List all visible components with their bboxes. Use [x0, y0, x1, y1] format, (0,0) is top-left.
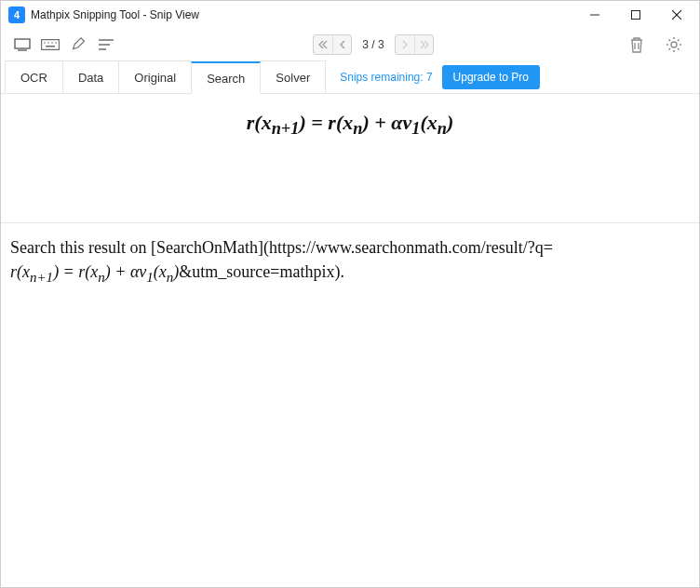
pager: 3 / 3	[313, 34, 434, 55]
svg-point-8	[47, 42, 49, 44]
svg-line-3	[672, 10, 681, 20]
search-equation-inline: r(xn+1) = r(xn) + αv1(xn)	[10, 262, 179, 281]
upgrade-button[interactable]: Upgrade to Pro	[442, 65, 540, 89]
pager-last-button[interactable]	[414, 35, 433, 54]
svg-point-10	[55, 42, 57, 44]
pager-prev-button[interactable]	[332, 35, 351, 54]
search-text-prefix: Search this result on [SearchOnMath](htt…	[10, 238, 553, 257]
screen-snip-icon[interactable]	[10, 33, 34, 57]
app-logo-icon: 4	[8, 7, 25, 23]
equation-display: r(xn+1) = r(xn) + αv1(xn)	[10, 111, 690, 139]
toolbar: 3 / 3	[1, 29, 699, 60]
edit-icon[interactable]	[66, 33, 90, 57]
svg-point-9	[51, 42, 53, 44]
pager-next-button[interactable]	[396, 35, 414, 54]
search-result-panel: Search this result on [SearchOnMath](htt…	[1, 223, 699, 300]
svg-point-7	[44, 42, 46, 44]
svg-rect-6	[42, 40, 60, 50]
svg-line-2	[672, 10, 681, 20]
lines-icon[interactable]	[94, 33, 118, 57]
tab-solver[interactable]: Solver	[260, 60, 326, 93]
tab-data[interactable]: Data	[62, 60, 119, 93]
search-text-suffix: &utm_source=mathpix).	[179, 262, 344, 281]
pager-prev-group	[313, 34, 352, 55]
tab-original[interactable]: Original	[118, 60, 192, 93]
settings-gear-icon[interactable]	[662, 33, 686, 57]
keyboard-icon[interactable]	[38, 33, 62, 57]
tab-search[interactable]: Search	[191, 61, 261, 94]
window-title: Mathpix Snipping Tool - Snip View	[31, 8, 574, 21]
snips-remaining-link[interactable]: Snips remaining: 7	[340, 71, 432, 84]
tabs-bar: OCR Data Original Search Solver Snips re…	[1, 60, 699, 94]
tab-ocr[interactable]: OCR	[5, 60, 63, 93]
close-button[interactable]	[656, 1, 697, 29]
minimize-button[interactable]	[574, 1, 615, 29]
snips-area: Snips remaining: 7 Upgrade to Pro	[340, 60, 540, 93]
maximize-button[interactable]	[615, 1, 656, 29]
pager-first-button[interactable]	[314, 35, 332, 54]
page-counter: 3 / 3	[359, 38, 387, 51]
svg-point-15	[671, 42, 677, 47]
trash-icon[interactable]	[625, 33, 649, 57]
svg-rect-4	[15, 39, 30, 48]
titlebar: 4 Mathpix Snipping Tool - Snip View	[1, 1, 699, 29]
equation-panel: r(xn+1) = r(xn) + αv1(xn)	[1, 94, 699, 223]
pager-next-group	[395, 34, 434, 55]
svg-rect-11	[46, 46, 55, 47]
svg-rect-1	[632, 11, 640, 20]
